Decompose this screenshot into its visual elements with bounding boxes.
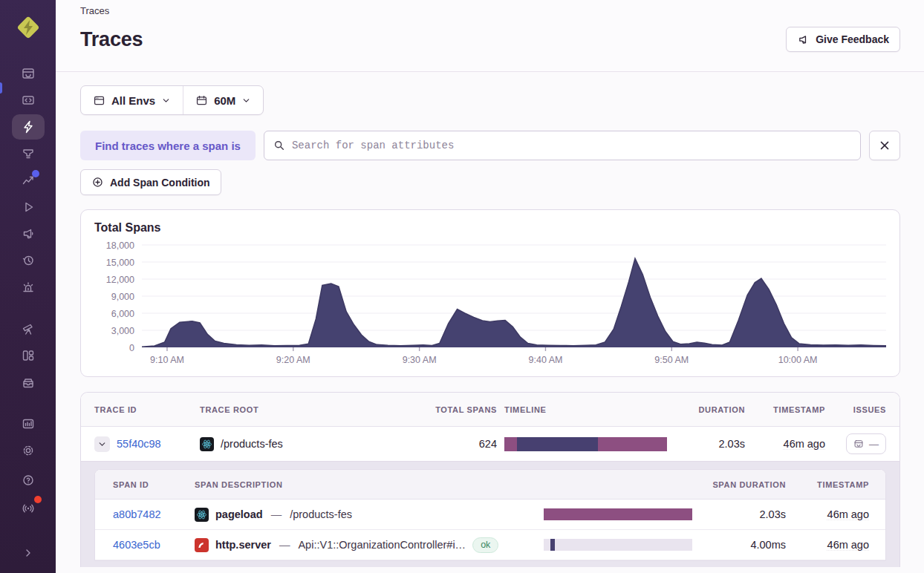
span-id-link[interactable]: a80b7482 [113,508,161,520]
trace-timestamp[interactable]: 46m ago [784,438,825,450]
trace-root-name[interactable]: /products-fes [221,438,283,450]
play-icon [21,200,36,215]
bar-chart-icon [21,416,36,431]
svg-text:9:20 AM: 9:20 AM [276,355,310,365]
sidebar-item-boards[interactable] [12,343,45,368]
span-duration-bar[interactable] [544,508,692,520]
sidebar-item-archive[interactable] [12,370,45,395]
spans-table-header: Span ID Span Description Span Duration T… [95,470,885,500]
page-header: Traces Traces Give Feedback [56,0,924,72]
col-duration[interactable]: Duration [678,405,745,414]
sidebar-collapse-toggle[interactable] [12,540,45,566]
sidebar-item-dashboards[interactable] [12,141,45,166]
find-traces-label: Find traces where a span is [80,131,256,160]
svg-text:10:00 AM: 10:00 AM [778,355,818,365]
lightning-icon [21,119,36,134]
col-span-description[interactable]: Span Description [195,480,536,489]
chevron-down-icon [161,96,171,105]
sidebar-item-whats-new[interactable] [12,496,45,521]
span-id-link[interactable]: 4603e5cb [113,539,160,551]
col-trace-root[interactable]: Trace Root [200,405,415,414]
main-area: Traces Traces Give Feedback All Envs 60M [56,0,924,573]
sidebar-item-traces[interactable] [12,114,45,140]
svg-text:18,000: 18,000 [106,240,134,251]
svg-text:9:10 AM: 9:10 AM [150,355,184,365]
sidebar-item-alerts[interactable] [12,275,45,300]
col-span-timestamp[interactable]: Timestamp [793,480,869,489]
environment-value: All Envs [111,94,155,107]
sidebar-item-stats[interactable] [12,411,45,436]
svg-text:9:30 AM: 9:30 AM [403,355,437,365]
col-total-spans[interactable]: Total Spans [423,405,497,414]
span-description[interactable]: Api::V1::OrganizationController#i… [298,539,466,551]
time-range-value: 60M [214,94,235,107]
clear-search-button[interactable] [869,131,900,160]
svg-text:12,000: 12,000 [106,275,134,285]
sidebar-item-help[interactable] [12,468,45,493]
telescope-icon [21,321,36,336]
edge-scroll-indicator [0,82,2,94]
col-timeline[interactable]: Timeline [504,405,671,414]
funnel-icon [21,146,36,161]
trace-duration: 2.03s [678,438,745,450]
trace-issues-badge[interactable]: — [846,433,886,454]
sidebar-item-settings[interactable] [12,438,45,463]
span-timestamp[interactable]: 46m ago [827,508,869,520]
col-trace-id[interactable]: Trace ID [94,405,192,414]
col-timestamp[interactable]: Timestamp [752,405,825,414]
svg-text:9:40 AM: 9:40 AM [529,355,563,365]
sidebar-item-insights[interactable] [12,168,45,193]
col-issues[interactable]: Issues [833,405,886,414]
gear-icon [21,443,36,458]
span-duration-bar[interactable] [544,539,692,551]
sentry-logo-icon[interactable] [14,13,42,42]
svg-text:9:50 AM: 9:50 AM [654,355,689,365]
search-input[interactable] [292,140,851,151]
span-timestamp[interactable]: 46m ago [827,539,869,551]
breadcrumb[interactable]: Traces [80,3,900,16]
add-span-condition-button[interactable]: Add Span Condition [80,169,221,195]
spans-table: Span ID Span Description Span Duration T… [94,469,886,561]
code-folder-icon [21,93,36,108]
megaphone-icon [21,226,36,241]
close-icon [879,140,891,151]
environment-selector[interactable]: All Envs [81,86,183,114]
chevron-right-icon [22,547,34,559]
col-span-id[interactable]: Span ID [113,480,187,489]
span-status-badge: ok [472,537,498,553]
clock-icon [21,253,36,268]
span-duration: 4.00ms [703,539,786,551]
issues-count-dash: — [869,439,879,450]
sidebar [0,0,56,573]
megaphone-icon [797,33,810,46]
time-range-selector[interactable]: 60M [183,86,263,114]
svg-text:0: 0 [129,343,134,353]
sidebar-item-replays[interactable] [12,194,45,220]
sidebar-item-feedback[interactable] [12,221,45,246]
page-content: All Envs 60M Find traces where a span is [56,72,924,573]
expanded-spans-section: Span ID Span Description Span Duration T… [81,461,899,567]
expand-trace-button[interactable] [94,436,110,452]
sidebar-bottom [12,468,45,566]
trace-row: 55f40c98 /products-fes 624 2.03s 46m ago… [81,427,899,461]
svg-text:3,000: 3,000 [111,326,134,336]
col-span-duration[interactable]: Span Duration [703,480,786,489]
broadcast-icon [21,501,36,516]
sidebar-item-crons[interactable] [12,248,45,273]
issues-inbox-icon [21,66,36,81]
sidebar-item-issues[interactable] [12,61,45,86]
trace-timeline-bar[interactable] [504,437,668,451]
span-description[interactable]: /products-fes [290,508,352,520]
trace-id-link[interactable]: 55f40c98 [117,438,161,450]
span-attributes-search[interactable] [264,131,861,160]
sidebar-item-discover[interactable] [12,316,45,341]
span-duration: 2.03s [703,508,786,520]
total-spans-chart[interactable]: 18,00015,00012,0009,0006,0003,00009:10 A… [94,238,886,370]
span-row: a80b7482 pageload — /products-fes 2.03s … [95,500,885,530]
sidebar-nav [0,61,56,463]
siren-icon [21,280,36,295]
give-feedback-button[interactable]: Give Feedback [786,27,900,52]
ruby-platform-icon [195,538,209,552]
archive-box-icon [21,375,36,390]
sidebar-item-explore[interactable] [12,88,45,113]
